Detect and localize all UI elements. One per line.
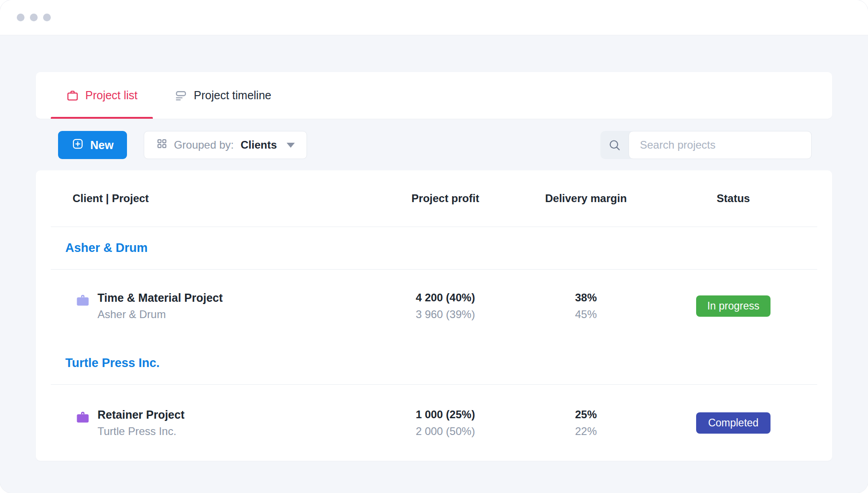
table-row[interactable]: Retainer Project Turtle Press Inc. 1 000… (51, 385, 817, 461)
toolbar: New Grouped by: Clients (36, 131, 832, 159)
tabs-bar: Project list Project timeline (36, 72, 832, 119)
briefcase-icon (75, 408, 90, 426)
project-name: Time & Material Project (98, 291, 223, 304)
active-tab-underline (51, 117, 153, 119)
project-name: Retainer Project (98, 408, 185, 421)
new-project-button-label: New (90, 139, 113, 152)
client-group-row: Asher & Drum (51, 227, 817, 270)
window-controls (17, 14, 51, 21)
briefcase-icon (75, 291, 90, 309)
project-client: Turtle Press Inc. (98, 425, 185, 438)
margin-primary: 25% (522, 408, 649, 421)
group-by-value: Clients (241, 139, 277, 151)
tab-project-list-label: Project list (85, 89, 137, 102)
client-group-link[interactable]: Turtle Press Inc. (51, 356, 817, 370)
tab-project-list[interactable]: Project list (51, 72, 153, 119)
briefcase-icon (66, 89, 79, 102)
client-group-link[interactable]: Asher & Drum (51, 241, 817, 255)
new-project-button[interactable]: New (58, 131, 127, 159)
margin-secondary: 45% (522, 308, 649, 321)
profit-primary: 4 200 (40%) (368, 291, 522, 304)
timeline-icon (175, 89, 187, 102)
status-badge[interactable]: Completed (696, 412, 770, 434)
status-cell: In progress (649, 295, 817, 317)
project-name-block: Retainer Project Turtle Press Inc. (98, 408, 185, 438)
window-titlebar (0, 0, 868, 35)
tab-project-timeline[interactable]: Project timeline (159, 72, 287, 119)
project-table: Client | Project Project profit Delivery… (36, 170, 832, 461)
search-box (600, 131, 812, 159)
status-cell: Completed (649, 412, 817, 434)
delivery-margin-cell: 25% 22% (522, 408, 649, 438)
group-by-label: Grouped by: (174, 139, 234, 151)
margin-primary: 38% (522, 291, 649, 304)
status-badge[interactable]: In progress (696, 295, 770, 317)
profit-secondary: 2 000 (50%) (368, 425, 522, 438)
margin-secondary: 22% (522, 425, 649, 438)
search-input[interactable] (629, 131, 812, 159)
project-client: Asher & Drum (98, 308, 223, 321)
search-icon (600, 131, 629, 159)
window-dot-icon[interactable] (43, 14, 51, 21)
page-content: Project list Project timeline (0, 72, 868, 461)
profit-primary: 1 000 (25%) (368, 408, 522, 421)
column-header-status: Status (649, 192, 817, 205)
project-name-block: Time & Material Project Asher & Drum (98, 291, 223, 321)
window-dot-icon[interactable] (30, 14, 38, 21)
grid-icon (156, 138, 168, 152)
profit-secondary: 3 960 (39%) (368, 308, 522, 321)
delivery-margin-cell: 38% 45% (522, 291, 649, 321)
client-group-row: Turtle Press Inc. (51, 342, 817, 385)
project-profit-cell: 4 200 (40%) 3 960 (39%) (368, 291, 522, 321)
column-header-client-project: Client | Project (51, 192, 368, 205)
project-profit-cell: 1 000 (25%) 2 000 (50%) (368, 408, 522, 438)
column-header-project-profit: Project profit (368, 192, 522, 205)
chevron-down-icon (287, 143, 295, 148)
group-by-dropdown[interactable]: Grouped by: Clients (144, 131, 307, 159)
project-name-cell: Time & Material Project Asher & Drum (51, 291, 368, 321)
window-dot-icon[interactable] (17, 14, 24, 21)
column-header-delivery-margin: Delivery margin (522, 192, 649, 205)
tab-project-timeline-label: Project timeline (194, 89, 271, 102)
table-row[interactable]: Time & Material Project Asher & Drum 4 2… (51, 270, 817, 342)
plus-square-icon (72, 138, 84, 153)
project-name-cell: Retainer Project Turtle Press Inc. (51, 408, 368, 438)
table-header-row: Client | Project Project profit Delivery… (51, 170, 817, 227)
app-window: Project list Project timeline (0, 0, 868, 493)
